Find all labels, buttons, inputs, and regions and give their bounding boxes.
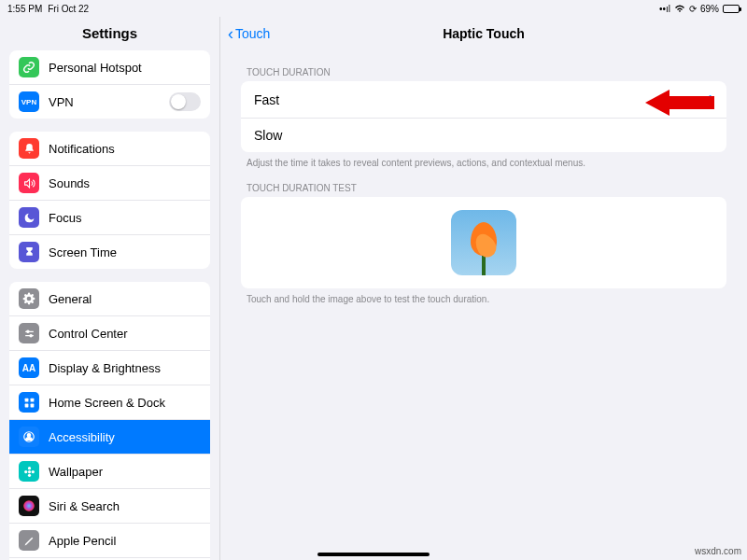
svg-point-15: [23, 500, 35, 511]
sidebar-item-label: Siri & Search: [49, 499, 201, 513]
battery-icon: [723, 5, 740, 13]
svg-rect-4: [24, 398, 28, 401]
vpn-icon: VPN: [19, 91, 39, 112]
sidebar-item-screen-time[interactable]: Screen Time: [9, 235, 210, 269]
status-time: 1:55 PM: [7, 4, 42, 14]
status-bar: 1:55 PM Fri Oct 22 ••ıl ⟳ 69%: [0, 0, 747, 17]
moon-icon: [19, 207, 39, 228]
sidebar-item-label: Control Center: [49, 327, 201, 341]
sidebar-item-label: Accessibility: [49, 430, 201, 444]
sidebar-item-label: Display & Brightness: [49, 361, 201, 375]
svg-rect-7: [30, 403, 34, 407]
AA-icon: AA: [19, 357, 39, 378]
gear-icon: [19, 288, 39, 309]
sidebar-item-siri-search[interactable]: Siri & Search: [9, 489, 210, 524]
sidebar-item-label: Focus: [49, 211, 201, 225]
duration-option-slow[interactable]: Slow: [241, 119, 726, 152]
link-icon: [19, 57, 39, 77]
svg-point-10: [27, 469, 30, 472]
svg-point-9: [27, 434, 31, 438]
sidebar-item-general[interactable]: General: [9, 282, 210, 316]
settings-sidebar: Settings Personal HotspotVPNVPNNotificat…: [0, 17, 220, 560]
section-touch-duration-label: TOUCH DURATION: [220, 67, 747, 81]
checkmark-icon: ✓: [701, 91, 713, 108]
sidebar-item-label: Screen Time: [49, 245, 201, 259]
sidebar-item-label: Personal Hotspot: [49, 61, 201, 75]
sidebar-item-notifications[interactable]: Notifications: [9, 132, 210, 166]
orientation-lock-icon: ⟳: [689, 4, 697, 14]
person-icon: [19, 427, 39, 447]
signal-icon: ••ıl: [659, 4, 670, 14]
sidebar-item-display-brightness[interactable]: AADisplay & Brightness: [9, 351, 210, 385]
sidebar-item-control-center[interactable]: Control Center: [9, 316, 210, 351]
sidebar-item-home-screen-dock[interactable]: Home Screen & Dock: [9, 385, 210, 420]
bell-icon: [19, 138, 39, 159]
svg-point-3: [30, 334, 32, 336]
sidebar-item-sounds[interactable]: Sounds: [9, 166, 210, 201]
touch-duration-footer: Adjust the time it takes to reveal conte…: [220, 152, 747, 168]
page-title: Haptic Touch: [220, 26, 747, 41]
hourglass-icon: [19, 242, 39, 262]
sidebar-item-vpn[interactable]: VPNVPN: [9, 85, 210, 119]
wifi-icon: [674, 4, 685, 13]
svg-point-14: [31, 469, 34, 472]
sidebar-item-apple-pencil[interactable]: Apple Pencil: [9, 524, 210, 558]
pencil-icon: [19, 530, 39, 551]
sliders-icon: [19, 323, 39, 343]
sidebar-item-label: Apple Pencil: [49, 534, 201, 548]
detail-pane: ‹ Touch Haptic Touch TOUCH DURATION Fast…: [220, 17, 747, 560]
sidebar-item-wallpaper[interactable]: Wallpaper: [9, 455, 210, 489]
touch-duration-options: Fast✓Slow: [241, 81, 726, 152]
touch-test-image[interactable]: [451, 210, 516, 275]
speaker-icon: [19, 173, 39, 193]
section-test-label: TOUCH DURATION TEST: [220, 183, 747, 197]
watermark: wsxdn.com: [695, 546, 741, 556]
home-indicator[interactable]: [317, 553, 430, 556]
sidebar-item-focus[interactable]: Focus: [9, 201, 210, 235]
svg-point-11: [27, 467, 30, 469]
svg-rect-6: [24, 403, 28, 407]
option-label: Fast: [254, 92, 279, 107]
grid-icon: [19, 392, 39, 413]
status-date: Fri Oct 22: [48, 4, 89, 14]
svg-point-2: [26, 330, 28, 332]
svg-rect-5: [30, 398, 34, 401]
touch-test-card: [241, 197, 726, 288]
sidebar-item-label: Wallpaper: [49, 465, 201, 479]
duration-option-fast[interactable]: Fast✓: [241, 81, 726, 119]
sidebar-item-label: Sounds: [49, 176, 201, 190]
sidebar-item-label: VPN: [49, 95, 169, 109]
sidebar-title: Settings: [0, 17, 219, 50]
option-label: Slow: [254, 128, 282, 143]
battery-pct: 69%: [700, 4, 719, 14]
svg-point-13: [24, 469, 27, 472]
sidebar-item-accessibility[interactable]: Accessibility: [9, 420, 210, 455]
touch-test-footer: Touch and hold the image above to test t…: [220, 288, 747, 304]
flower-icon: [19, 461, 39, 482]
sidebar-item-label: Notifications: [49, 142, 201, 156]
sidebar-item-label: Home Screen & Dock: [49, 396, 201, 410]
sidebar-item-personal-hotspot[interactable]: Personal Hotspot: [9, 50, 210, 85]
vpn-toggle[interactable]: [169, 92, 201, 111]
siri-icon: [19, 496, 39, 516]
svg-point-12: [27, 473, 30, 476]
sidebar-item-label: General: [49, 292, 201, 306]
